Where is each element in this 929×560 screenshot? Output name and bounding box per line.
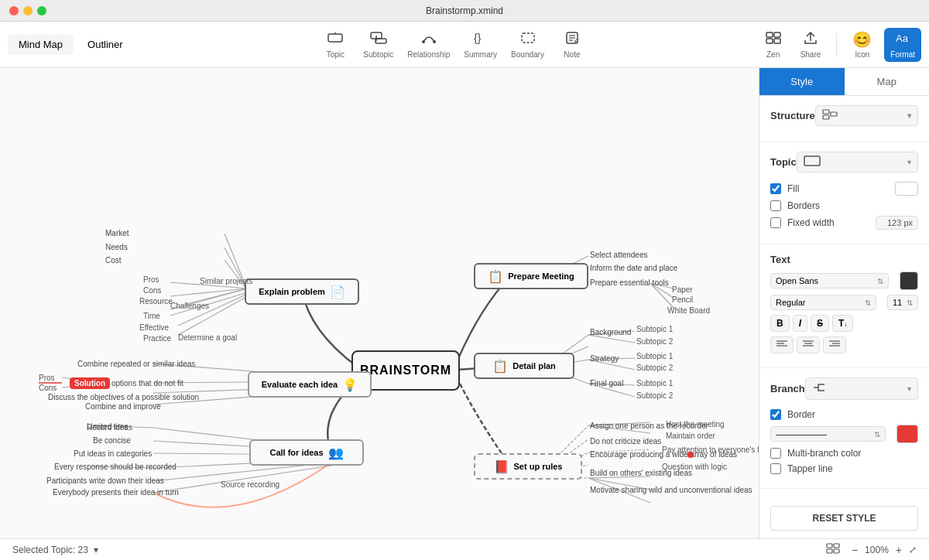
format-button[interactable]: Aa Format — [884, 28, 921, 62]
multi-branch-checkbox[interactable] — [770, 448, 781, 459]
leaf-practice: Practice — [143, 334, 171, 343]
reset-style-button[interactable]: RESET STYLE — [770, 506, 918, 531]
leaf-prepare-tools: Prepare essential tools — [590, 278, 669, 287]
branch-select[interactable]: ▾ — [805, 377, 918, 400]
solution-badge: Solution — [70, 377, 110, 389]
tool-note-label: Note — [564, 50, 580, 59]
tool-boundary[interactable]: Boundary — [505, 28, 550, 62]
leaf-resource: Resource — [139, 297, 173, 306]
leaf-subtopic1c: Subtopic 1 — [636, 379, 673, 388]
toolbar-view-tabs: Mind Map Outliner — [8, 34, 134, 55]
leaf-participants: Participants write down their ideas — [46, 476, 164, 485]
text-color-swatch[interactable] — [900, 271, 918, 290]
leaf-be-concise: Be concise — [93, 436, 131, 445]
tool-relationship[interactable]: Relationship — [401, 28, 456, 62]
topic-shape-chevron: ▾ — [907, 158, 911, 166]
tab-map[interactable]: Map — [845, 68, 930, 95]
toolbar-tools: Topic Subtopic Relationship {} Summary B… — [149, 28, 759, 62]
tapper-line-label: Tapper line — [787, 463, 833, 474]
fill-color[interactable] — [895, 182, 918, 196]
tab-mindmap[interactable]: Mind Map — [8, 34, 74, 55]
tool-topic[interactable]: Topic — [315, 28, 355, 62]
bold-button[interactable]: B — [770, 315, 790, 332]
topic-shape-select[interactable]: ▾ — [797, 152, 918, 172]
borders-checkbox[interactable] — [770, 200, 781, 211]
leaf-challenges: Challenges — [170, 302, 209, 310]
zen-button[interactable]: Zen — [759, 28, 788, 62]
toolbar-right: Zen Share 😊 Icon Aa Format — [759, 27, 921, 62]
leaf-cons2: Cons — [39, 384, 57, 392]
border-checkbox[interactable] — [770, 409, 781, 420]
svg-rect-13 — [766, 32, 773, 37]
tool-subtopic[interactable]: Subtopic — [357, 28, 399, 62]
tool-note[interactable]: Note — [552, 28, 592, 62]
zoom-in-button[interactable]: + — [893, 544, 904, 556]
structure-select[interactable]: ▾ — [815, 105, 918, 126]
svg-rect-72 — [831, 112, 837, 116]
leaf-everybody: Everybody presents their idea in turn — [53, 488, 179, 497]
canvas[interactable]: BRAINSTORM Explain problem 📄 Evaluate ea… — [0, 68, 759, 538]
tab-outliner[interactable]: Outliner — [77, 34, 134, 55]
italic-button[interactable]: I — [793, 315, 807, 332]
font-weight: Regular — [776, 298, 806, 307]
node-detail[interactable]: 📋 Detail plan — [474, 353, 574, 379]
fixed-width-checkbox[interactable] — [770, 217, 781, 228]
leaf-time: Time — [143, 312, 160, 320]
minimize-button[interactable] — [23, 6, 33, 15]
format-buttons-row: B I S T↓ — [770, 315, 918, 332]
leaf-record-ideas: Record ideas — [87, 423, 132, 432]
leaf-question-logic: Question with logic — [662, 463, 727, 471]
share-button[interactable]: Share — [794, 28, 828, 62]
close-button[interactable] — [9, 6, 19, 15]
align-right-button[interactable] — [823, 336, 846, 353]
maximize-button[interactable] — [37, 6, 46, 15]
topic-title: Topic — [770, 156, 797, 168]
svg-rect-15 — [766, 39, 773, 43]
text-more-button[interactable]: T↓ — [832, 315, 853, 332]
node-prepare-icon: 📋 — [488, 269, 503, 284]
fill-checkbox[interactable] — [770, 183, 781, 194]
node-callforideas[interactable]: Call for ideas 👥 — [249, 439, 364, 466]
node-setuprules[interactable]: 📕 Set up rules — [474, 453, 582, 480]
window-title: Brainstormp.xmind — [426, 5, 503, 16]
panel-tabs: Style Map — [759, 68, 929, 96]
zoom-level: 100% — [865, 545, 889, 555]
svg-rect-70 — [823, 110, 829, 114]
branch-color-swatch[interactable] — [896, 425, 918, 443]
topic-section: Topic ▾ Fill Borders — [759, 142, 929, 244]
toolbar: Mind Map Outliner Topic Subtopic Relatio… — [0, 22, 929, 68]
node-explain[interactable]: Explain problem 📄 — [245, 278, 359, 305]
multi-branch-label: Multi-branch color — [787, 448, 861, 459]
line-style-preview: —————— — [776, 429, 827, 439]
text-section: Text Open Sans ⇅ Regular ⇅ 11 ⇅ — [759, 244, 929, 368]
node-evaluate[interactable]: Evaluate each idea 💡 — [248, 371, 372, 398]
font-size-select[interactable]: 11 ⇅ — [887, 295, 918, 310]
icon-button[interactable]: 😊 Icon — [846, 27, 878, 62]
tapper-line-checkbox[interactable] — [770, 463, 781, 474]
align-left-button[interactable] — [770, 336, 794, 353]
align-row — [770, 336, 918, 353]
node-evaluate-label: Evaluate each idea — [262, 380, 338, 389]
node-explain-label: Explain problem — [259, 287, 325, 296]
font-name: Open Sans — [776, 276, 818, 285]
window-controls — [9, 6, 46, 15]
svg-rect-71 — [823, 115, 829, 119]
zoom-expand-icon: ⤢ — [909, 545, 917, 555]
font-select[interactable]: Open Sans ⇅ — [770, 273, 889, 289]
leaf-strategy: Strategy — [590, 354, 619, 363]
font-weight-select[interactable]: Regular ⇅ — [770, 295, 876, 310]
line-style-select[interactable]: —————— ⇅ — [770, 426, 886, 442]
node-detail-label: Detail plan — [512, 361, 556, 370]
align-center-button[interactable] — [797, 336, 820, 353]
tool-summary[interactable]: {} Summary — [458, 28, 503, 62]
zoom-out-button[interactable]: − — [849, 544, 860, 556]
strikethrough-button[interactable]: S — [811, 315, 829, 332]
leaf-effective: Effective — [139, 323, 169, 332]
format-label: Format — [890, 50, 915, 59]
font-size: 11 — [893, 298, 902, 307]
node-prepare[interactable]: 📋 Prepare Meeting — [474, 263, 588, 289]
leaf-put-ideas: Put ideas in categories — [74, 449, 152, 458]
topic-row: Topic ▾ — [770, 152, 918, 172]
leaf-pros2: Pros — [39, 374, 55, 382]
tab-style[interactable]: Style — [759, 68, 845, 95]
